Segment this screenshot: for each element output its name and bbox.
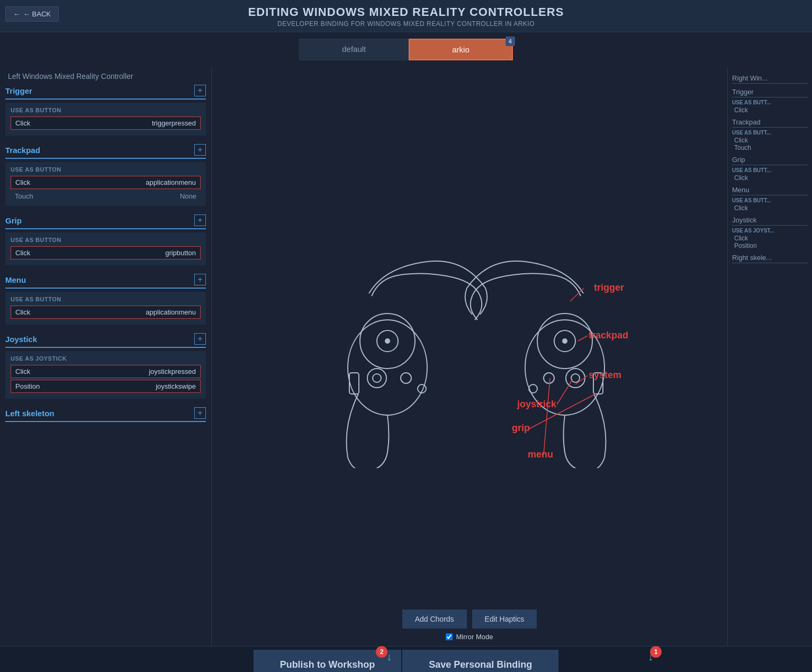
svg-line-20 xyxy=(557,379,573,405)
section-joystick-header: Joystick + xyxy=(5,333,206,348)
right-menu-click: Click xyxy=(732,204,808,212)
section-trigger: Trigger + USE AS BUTTON Click triggerpre… xyxy=(5,85,206,136)
grip-group-label: USE AS BUTTON xyxy=(11,237,201,243)
section-trigger-title: Trigger xyxy=(5,86,32,95)
section-trackpad: Trackpad + USE AS BUTTON Click applicati… xyxy=(5,144,206,206)
trackpad-binding-row-click[interactable]: Click applicationmenu xyxy=(11,176,201,189)
trigger-binding-group: USE AS BUTTON Click triggerpressed xyxy=(5,103,206,136)
section-trackpad-title: Trackpad xyxy=(5,146,40,155)
svg-point-5 xyxy=(401,373,411,383)
right-grip-group-label: USE AS BUTT... xyxy=(732,167,808,173)
section-menu-add-btn[interactable]: + xyxy=(194,274,206,285)
right-joystick-position: Position xyxy=(732,242,808,249)
section-grip-header: Grip + xyxy=(5,214,206,229)
section-menu-title: Menu xyxy=(5,275,26,284)
right-section-trackpad-title: Trackpad xyxy=(732,118,808,128)
footer: 2 ↓ Publish to Workshop Save Personal Bi… xyxy=(0,646,812,672)
section-trackpad-header: Trackpad + xyxy=(5,144,206,159)
label-joystrick: joystrick xyxy=(517,399,557,409)
mirror-mode-row: Mirror Mode xyxy=(446,633,493,641)
grip-click-value: gripbutton xyxy=(165,249,196,257)
joystick-click-key: Click xyxy=(15,368,30,375)
trackpad-touch-key: Touch xyxy=(15,192,33,200)
back-button[interactable]: ← ← BACK xyxy=(5,6,59,22)
trackpad-group-label: USE AS BUTTON xyxy=(11,166,201,173)
page-title: EDITING WINDOWS MIXED REALITY CONTROLLER… xyxy=(0,5,812,19)
right-section-joystick-title: Joystick xyxy=(732,216,808,226)
svg-rect-4 xyxy=(349,373,359,394)
right-section-grip-title: Grip xyxy=(732,156,808,165)
svg-point-17 xyxy=(571,374,580,382)
joystick-position-key: Position xyxy=(15,382,40,390)
section-grip: Grip + USE AS BUTTON Click gripbutton xyxy=(5,214,206,265)
edit-haptics-button[interactable]: Edit Haptics xyxy=(472,610,537,629)
section-trigger-add-btn[interactable]: + xyxy=(194,85,206,96)
joystick-group-label: USE AS JOYSTICK xyxy=(11,355,201,362)
svg-point-14 xyxy=(544,373,554,383)
right-section-menu-title: Menu xyxy=(732,186,808,195)
right-grip-click: Click xyxy=(732,174,808,182)
tab-arkio[interactable]: arkio 4 xyxy=(409,39,513,60)
trigger-binding-row-click[interactable]: Click triggerpressed xyxy=(11,117,201,130)
label-trigger: trigger xyxy=(594,282,624,293)
header: EDITING WINDOWS MIXED REALITY CONTROLLER… xyxy=(0,0,812,32)
mirror-mode-label: Mirror Mode xyxy=(456,633,493,641)
back-arrow-icon: ← xyxy=(13,10,20,18)
right-trackpad-touch: Touch xyxy=(732,144,808,151)
section-grip-title: Grip xyxy=(5,216,22,225)
tab-arkio-label: arkio xyxy=(452,45,470,54)
trackpad-binding-row-touch[interactable]: Touch None xyxy=(11,191,201,202)
save-arrow-icon: ↓ xyxy=(648,651,653,663)
svg-point-12 xyxy=(562,338,567,344)
grip-binding-group: USE AS BUTTON Click gripbutton xyxy=(5,232,206,265)
svg-point-3 xyxy=(385,338,390,344)
section-joystick-add-btn[interactable]: + xyxy=(194,333,206,345)
svg-point-7 xyxy=(367,369,386,388)
right-trigger-group-label: USE AS BUTT... xyxy=(732,100,808,105)
right-joystick-click: Click xyxy=(732,235,808,242)
section-trackpad-add-btn[interactable]: + xyxy=(194,144,206,156)
add-chords-button[interactable]: Add Chords xyxy=(402,610,467,629)
left-panel: Left Windows Mixed Reality Controller Tr… xyxy=(0,67,212,646)
right-menu-group-label: USE AS BUTT... xyxy=(732,198,808,203)
right-trigger-click: Click xyxy=(732,106,808,114)
trackpad-touch-value: None xyxy=(180,192,196,200)
section-menu-header: Menu + xyxy=(5,274,206,289)
label-menu: menu xyxy=(528,449,553,460)
trigger-click-key: Click xyxy=(15,119,30,127)
menu-group-label: USE AS BUTTON xyxy=(11,296,201,302)
right-trackpad-click: Click xyxy=(732,137,808,144)
menu-binding-row-click[interactable]: Click applicationmenu xyxy=(11,306,201,319)
trackpad-click-key: Click xyxy=(15,178,30,186)
menu-binding-group: USE AS BUTTON Click applicationmenu xyxy=(5,292,206,325)
svg-line-19 xyxy=(578,336,588,341)
save-personal-binding-button[interactable]: Save Personal Binding xyxy=(402,650,558,672)
joystick-binding-row-position[interactable]: Position joystickswipe xyxy=(11,380,201,393)
grip-click-key: Click xyxy=(15,249,30,257)
tab-arkio-badge: 4 xyxy=(506,37,515,46)
trigger-group-label: USE AS BUTTON xyxy=(11,107,201,113)
page-subtitle: DEVELOPER BINDING FOR WINDOWS MIXED REAL… xyxy=(0,20,812,28)
trackpad-click-value: applicationmenu xyxy=(146,178,196,186)
right-section-trigger-title: Trigger xyxy=(732,88,808,97)
menu-click-value: applicationmenu xyxy=(146,308,196,316)
section-menu: Menu + USE AS BUTTON Click applicationme… xyxy=(5,274,206,325)
publish-badge: 2 xyxy=(376,646,387,658)
section-grip-add-btn[interactable]: + xyxy=(194,214,206,226)
svg-point-16 xyxy=(566,369,585,388)
menu-click-key: Click xyxy=(15,308,30,316)
section-left-skeleton-header: Left skeleton + xyxy=(5,407,206,422)
section-left-skeleton-add-btn[interactable]: + xyxy=(194,407,206,419)
controller-illustration: trigger trackpad joystrick grip system m… xyxy=(290,214,649,468)
section-joystick: Joystick + USE AS JOYSTICK Click joystic… xyxy=(5,333,206,399)
left-controller-title: Left Windows Mixed Reality Controller xyxy=(5,72,206,80)
label-system: system xyxy=(589,370,621,380)
tab-default[interactable]: default xyxy=(299,39,409,60)
publish-arrow-icon: ↓ xyxy=(386,651,392,663)
trigger-click-value: triggerpressed xyxy=(152,119,196,127)
svg-point-0 xyxy=(348,320,427,415)
joystick-binding-row-click[interactable]: Click joystickpressed xyxy=(11,365,201,378)
label-trackpad: trackpad xyxy=(589,330,628,341)
grip-binding-row-click[interactable]: Click gripbutton xyxy=(11,246,201,259)
mirror-mode-checkbox[interactable] xyxy=(446,633,453,640)
